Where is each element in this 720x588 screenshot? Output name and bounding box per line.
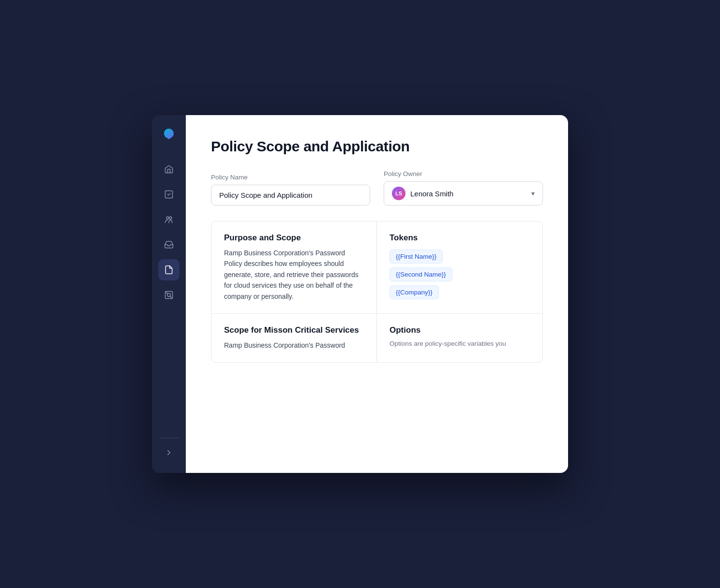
page-title: Policy Scope and Application bbox=[211, 138, 543, 155]
sidebar-item-home[interactable] bbox=[158, 159, 180, 180]
options-title: Options bbox=[390, 325, 530, 335]
app-logo[interactable] bbox=[160, 125, 178, 143]
policy-name-input[interactable] bbox=[211, 185, 370, 206]
chevron-down-icon: ▾ bbox=[531, 190, 535, 197]
main-content: Policy Scope and Application Policy Name… bbox=[186, 115, 568, 473]
purpose-and-scope-text: Ramp Business Corporation's Password Pol… bbox=[224, 248, 364, 302]
sidebar-nav bbox=[158, 159, 180, 434]
avatar: LS bbox=[392, 187, 405, 200]
sidebar-item-search[interactable] bbox=[158, 284, 180, 306]
tokens-cell: Tokens {{First Name}} {{Second Name}} {{… bbox=[377, 221, 542, 314]
scope-mission-critical-title: Scope for Misson Critical Services bbox=[224, 325, 364, 335]
tokens-title: Tokens bbox=[390, 233, 530, 243]
svg-point-2 bbox=[166, 217, 169, 219]
sidebar-divider bbox=[159, 438, 179, 438]
svg-point-5 bbox=[167, 294, 171, 297]
sidebar bbox=[152, 115, 186, 473]
content-grid: Purpose and Scope Ramp Business Corporat… bbox=[211, 221, 543, 363]
policy-owner-group: Policy Owner LS Lenora Smith ▾ bbox=[384, 170, 543, 206]
purpose-and-scope-title: Purpose and Scope bbox=[224, 233, 364, 243]
options-text: Options are policy-specific variables yo… bbox=[390, 339, 530, 349]
sidebar-item-documents[interactable] bbox=[158, 259, 180, 280]
policy-name-label: Policy Name bbox=[211, 174, 370, 181]
sidebar-item-inbox[interactable] bbox=[158, 234, 180, 255]
svg-point-3 bbox=[169, 217, 172, 219]
token-company[interactable]: {{Company}} bbox=[390, 285, 439, 299]
sidebar-item-tasks[interactable] bbox=[158, 184, 180, 205]
token-second-name[interactable]: {{Second Name}} bbox=[390, 267, 452, 281]
options-cell: Options Options are policy-specific vari… bbox=[377, 314, 542, 362]
owner-name: Lenora Smith bbox=[410, 190, 526, 198]
token-chips: {{First Name}} {{Second Name}} {{Company… bbox=[390, 250, 530, 299]
app-shell: Policy Scope and Application Policy Name… bbox=[152, 115, 568, 473]
policy-owner-select[interactable]: LS Lenora Smith ▾ bbox=[384, 181, 543, 206]
purpose-and-scope-cell: Purpose and Scope Ramp Business Corporat… bbox=[211, 221, 377, 314]
policy-name-group: Policy Name bbox=[211, 174, 370, 206]
sidebar-item-users[interactable] bbox=[158, 209, 180, 230]
scope-mission-critical-cell: Scope for Misson Critical Services Ramp … bbox=[211, 314, 377, 362]
sidebar-expand-button[interactable] bbox=[158, 442, 180, 463]
scope-mission-critical-text: Ramp Business Corporation's Password bbox=[224, 340, 364, 351]
policy-owner-label: Policy Owner bbox=[384, 170, 543, 177]
form-row: Policy Name Policy Owner LS Lenora Smith… bbox=[211, 170, 543, 206]
token-first-name[interactable]: {{First Name}} bbox=[390, 250, 443, 264]
